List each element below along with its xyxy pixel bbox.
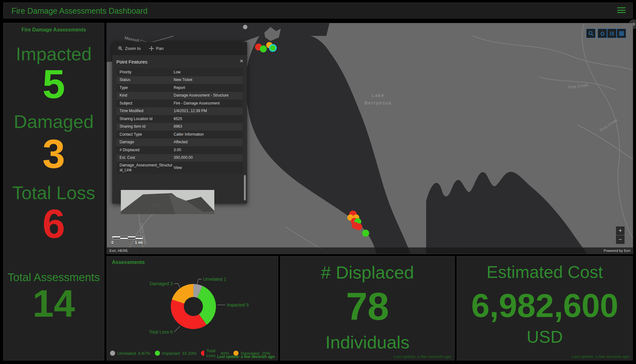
map-label-lake-line1: Lake — [372, 92, 385, 98]
house-photo-graphic — [121, 190, 214, 214]
displaced-value: 78 — [280, 284, 454, 329]
page-title: Fire Damage Assessments Dashboard — [11, 6, 148, 16]
cost-value: 6,982,600 — [457, 287, 633, 325]
table-row-attachment-link: Damage_Assessment_Structural_LinkView — [116, 162, 243, 174]
assessments-chart-panel: Assessments Unrelated 1 Damaged 3 Impact… — [107, 256, 278, 361]
sidebar-title: Fire Damage Assessments — [3, 27, 104, 33]
search-icon — [588, 31, 594, 36]
last-update-text: Last update: a few seconds ago — [394, 354, 451, 359]
attribution-esri: Powered by Esri — [604, 247, 630, 254]
legend-swatch — [155, 351, 160, 356]
total-loss-value: 6 — [3, 204, 104, 244]
table-row: KindDamage Assessment - Structure — [116, 92, 243, 100]
last-update-text: Last update: a few seconds ago — [217, 354, 275, 359]
attribution-bar: Esri, HERE Powered by Esri — [107, 247, 633, 254]
scalebar-start: 0 — [111, 240, 114, 245]
damaged-label: Damaged — [3, 111, 104, 132]
basemap-icon — [619, 31, 624, 36]
table-row: Sharing Item Id8963 — [116, 123, 243, 131]
displaced-title: # Displaced — [280, 262, 454, 283]
legend-icon — [609, 31, 615, 36]
table-row: # Displaced3.00 — [116, 146, 243, 154]
legend-swatch — [201, 351, 204, 356]
map-label-lake-line2: Berryessa — [364, 100, 392, 105]
view-link[interactable]: View — [174, 165, 239, 170]
map-popup: Zoom to Pan Point Features × PriorityLow… — [112, 42, 247, 204]
zoom-to-button[interactable]: Zoom to — [118, 46, 141, 51]
table-row: Time Modified1/4/2021, 12:39 PM — [116, 107, 243, 115]
total-assessments-label: Total Assessments — [3, 271, 104, 284]
total-loss-label: Total Loss — [3, 182, 104, 203]
feature-point-selected[interactable] — [269, 44, 277, 52]
table-row: TypeReport — [116, 84, 243, 92]
feature-point[interactable] — [355, 223, 362, 230]
feature-point[interactable] — [243, 25, 247, 29]
feature-point[interactable] — [362, 230, 369, 237]
cost-unit: USD — [457, 327, 633, 347]
callout-unrelated: Unrelated 1 — [203, 277, 226, 282]
basemap-button[interactable] — [617, 29, 626, 38]
close-icon[interactable]: × — [240, 57, 243, 64]
callout-total-loss: Total Loss 6 — [149, 329, 173, 334]
popup-titlebar: Point Features × — [112, 55, 247, 68]
popup-scrollbar[interactable] — [244, 175, 246, 200]
scalebar-end: 1 mi — [135, 240, 143, 245]
scalebar — [112, 236, 143, 239]
table-row: StatusNew Ticket — [116, 76, 243, 84]
search-button[interactable] — [586, 29, 596, 38]
table-row: Est. Cost350,000.00 — [116, 154, 243, 162]
pan-label: Pan — [156, 46, 164, 51]
table-row: DamageAffected — [116, 138, 243, 146]
donut-chart: Unrelated 1 Damaged 3 Impacted 5 Total L… — [107, 266, 279, 348]
hamburger-icon[interactable] — [617, 7, 626, 14]
callout-damaged: Damaged 3 — [150, 281, 173, 286]
sidebar-indicators: Fire Damage Assessments Impacted 5 Damag… — [3, 23, 104, 361]
zoom-out-button[interactable]: − — [616, 235, 625, 244]
cost-title: Estimated Cost — [457, 262, 633, 282]
table-row: Contact TypeCaller Information — [116, 131, 243, 138]
magnifier-icon — [118, 46, 123, 51]
chart-title: Assessments — [112, 260, 145, 265]
zoom-to-label: Zoom to — [125, 46, 141, 51]
table-row: SubjectFire - Damage Assessment — [116, 99, 243, 107]
home-button[interactable] — [598, 29, 607, 38]
table-row: PriorityLow — [116, 68, 243, 76]
header-bar: Fire Damage Assessments Dashboard — [3, 3, 633, 18]
total-assessments-value: 14 — [3, 284, 104, 322]
damaged-value: 3 — [3, 134, 104, 174]
displaced-indicator-panel: # Displaced 78 Individuals Last update: … — [280, 256, 455, 361]
legend-item-unrelated[interactable]: Unrelated 6.67% — [110, 348, 155, 358]
impacted-value: 5 — [3, 64, 104, 104]
map-panel[interactable]: Lake Berryessa Maxwell Creek Pine Creek … — [107, 23, 633, 254]
legend-swatch — [110, 351, 115, 356]
home-icon — [600, 31, 605, 36]
popup-toolbar: Zoom to Pan — [112, 42, 247, 55]
feature-point[interactable] — [260, 45, 267, 52]
damaged-house-photo[interactable] — [121, 190, 214, 214]
table-row: Sharing Location Id6525 — [116, 115, 243, 123]
zoom-in-button[interactable]: + — [616, 226, 625, 235]
popup-title: Point Features — [116, 59, 148, 64]
callout-impacted: Impacted 5 — [227, 302, 249, 307]
attribute-table: PriorityLow StatusNew Ticket TypeReport … — [116, 68, 243, 174]
attribution-sources: Esri, HERE — [109, 247, 128, 254]
pan-icon — [149, 46, 154, 51]
legend-item-impacted[interactable]: Impacted 33.33% — [155, 348, 201, 358]
legend-button[interactable] — [607, 29, 617, 38]
cost-indicator-panel: Estimated Cost 6,982,600 USD Last update… — [457, 256, 633, 361]
last-update-text: Last update: a few seconds ago — [572, 354, 629, 359]
displaced-unit: Individuals — [280, 332, 454, 353]
pan-button[interactable]: Pan — [149, 46, 164, 51]
